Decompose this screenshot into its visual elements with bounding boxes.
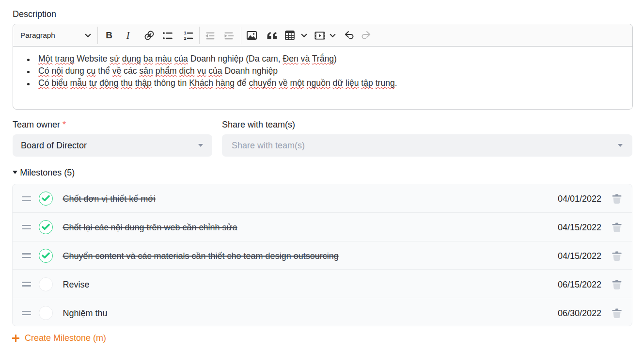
svg-text:2: 2 — [184, 36, 186, 40]
svg-text:1: 1 — [184, 31, 186, 35]
